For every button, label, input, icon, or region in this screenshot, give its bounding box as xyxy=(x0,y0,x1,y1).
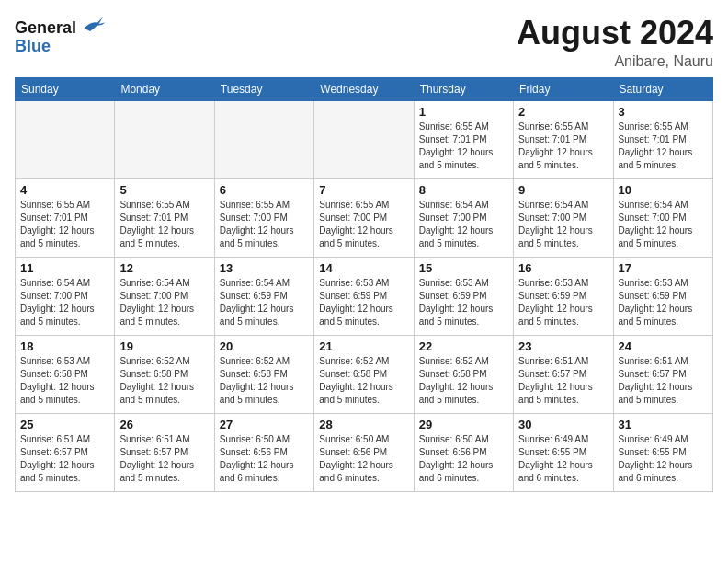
day-info: Sunrise: 6:54 AMSunset: 7:00 PMDaylight:… xyxy=(119,277,209,328)
title-area: August 2024 Anibare, Nauru xyxy=(517,15,713,70)
day-number: 24 xyxy=(619,339,708,353)
calendar-cell: 10Sunrise: 6:54 AMSunset: 7:00 PMDayligh… xyxy=(613,178,712,257)
calendar-cell: 25Sunrise: 6:51 AMSunset: 6:57 PMDayligh… xyxy=(16,413,115,491)
calendar-cell: 26Sunrise: 6:51 AMSunset: 6:57 PMDayligh… xyxy=(115,413,214,491)
calendar-week-row: 1Sunrise: 6:55 AMSunset: 7:01 PMDaylight… xyxy=(16,100,713,178)
day-info: Sunrise: 6:50 AMSunset: 6:56 PMDaylight:… xyxy=(319,433,408,485)
weekday-header: Monday xyxy=(115,77,214,100)
day-info: Sunrise: 6:55 AMSunset: 7:01 PMDaylight:… xyxy=(619,121,708,172)
day-info: Sunrise: 6:51 AMSunset: 6:57 PMDaylight:… xyxy=(619,355,708,407)
day-number: 13 xyxy=(220,261,309,275)
day-info: Sunrise: 6:52 AMSunset: 6:58 PMDaylight:… xyxy=(220,355,309,407)
day-number: 1 xyxy=(419,105,508,119)
day-number: 29 xyxy=(419,418,508,431)
weekday-header-row: SundayMondayTuesdayWednesdayThursdayFrid… xyxy=(16,77,713,100)
day-number: 21 xyxy=(319,339,408,353)
calendar-cell xyxy=(314,100,414,178)
calendar-cell: 17Sunrise: 6:53 AMSunset: 6:59 PMDayligh… xyxy=(613,257,712,335)
day-info: Sunrise: 6:55 AMSunset: 7:01 PMDaylight:… xyxy=(119,199,209,250)
day-number: 11 xyxy=(20,261,109,275)
weekday-header: Sunday xyxy=(16,77,115,100)
calendar-cell: 27Sunrise: 6:50 AMSunset: 6:56 PMDayligh… xyxy=(214,413,313,491)
day-info: Sunrise: 6:52 AMSunset: 6:58 PMDaylight:… xyxy=(319,355,408,407)
calendar-cell: 29Sunrise: 6:50 AMSunset: 6:56 PMDayligh… xyxy=(414,413,513,491)
day-info: Sunrise: 6:54 AMSunset: 7:00 PMDaylight:… xyxy=(20,277,109,328)
calendar-cell: 12Sunrise: 6:54 AMSunset: 7:00 PMDayligh… xyxy=(115,257,214,335)
day-number: 25 xyxy=(20,418,109,431)
calendar-cell: 1Sunrise: 6:55 AMSunset: 7:01 PMDaylight… xyxy=(414,100,513,178)
day-info: Sunrise: 6:52 AMSunset: 6:58 PMDaylight:… xyxy=(119,355,209,407)
day-number: 6 xyxy=(220,183,309,197)
weekday-header: Friday xyxy=(514,77,613,100)
calendar-cell: 14Sunrise: 6:53 AMSunset: 6:59 PMDayligh… xyxy=(314,257,414,335)
day-number: 14 xyxy=(319,261,408,275)
day-info: Sunrise: 6:54 AMSunset: 6:59 PMDaylight:… xyxy=(220,277,309,328)
day-info: Sunrise: 6:54 AMSunset: 7:00 PMDaylight:… xyxy=(619,199,708,250)
day-info: Sunrise: 6:51 AMSunset: 6:57 PMDaylight:… xyxy=(518,355,608,407)
day-number: 27 xyxy=(220,418,309,431)
calendar-cell: 8Sunrise: 6:54 AMSunset: 7:00 PMDaylight… xyxy=(414,178,513,257)
day-number: 9 xyxy=(518,183,608,197)
calendar-cell: 7Sunrise: 6:55 AMSunset: 7:00 PMDaylight… xyxy=(314,178,414,257)
calendar-cell: 13Sunrise: 6:54 AMSunset: 6:59 PMDayligh… xyxy=(214,257,313,335)
day-info: Sunrise: 6:54 AMSunset: 7:00 PMDaylight:… xyxy=(518,199,608,250)
day-info: Sunrise: 6:50 AMSunset: 6:56 PMDaylight:… xyxy=(220,433,309,485)
calendar-cell: 9Sunrise: 6:54 AMSunset: 7:00 PMDaylight… xyxy=(514,178,613,257)
calendar-cell: 6Sunrise: 6:55 AMSunset: 7:00 PMDaylight… xyxy=(214,178,313,257)
day-number: 30 xyxy=(518,418,608,431)
calendar-cell xyxy=(214,100,313,178)
day-info: Sunrise: 6:55 AMSunset: 7:00 PMDaylight:… xyxy=(319,199,408,250)
day-info: Sunrise: 6:55 AMSunset: 7:00 PMDaylight:… xyxy=(220,199,309,250)
month-year-title: August 2024 xyxy=(517,15,713,52)
day-number: 22 xyxy=(419,339,508,353)
calendar-cell: 31Sunrise: 6:49 AMSunset: 6:55 PMDayligh… xyxy=(613,413,712,491)
day-number: 15 xyxy=(419,261,508,275)
day-info: Sunrise: 6:52 AMSunset: 6:58 PMDaylight:… xyxy=(419,355,508,407)
calendar-cell: 11Sunrise: 6:54 AMSunset: 7:00 PMDayligh… xyxy=(16,257,115,335)
day-number: 12 xyxy=(119,261,209,275)
calendar-cell: 5Sunrise: 6:55 AMSunset: 7:01 PMDaylight… xyxy=(115,178,214,257)
calendar-cell: 19Sunrise: 6:52 AMSunset: 6:58 PMDayligh… xyxy=(115,335,214,413)
day-number: 20 xyxy=(220,339,309,353)
weekday-header: Thursday xyxy=(414,77,513,100)
day-number: 10 xyxy=(619,183,708,197)
calendar-cell: 15Sunrise: 6:53 AMSunset: 6:59 PMDayligh… xyxy=(414,257,513,335)
calendar-cell: 20Sunrise: 6:52 AMSunset: 6:58 PMDayligh… xyxy=(214,335,313,413)
day-number: 19 xyxy=(119,339,209,353)
calendar-cell: 30Sunrise: 6:49 AMSunset: 6:55 PMDayligh… xyxy=(514,413,613,491)
day-number: 16 xyxy=(518,261,608,275)
day-number: 4 xyxy=(20,183,109,197)
calendar-week-row: 4Sunrise: 6:55 AMSunset: 7:01 PMDaylight… xyxy=(16,178,713,257)
calendar-table: SundayMondayTuesdayWednesdayThursdayFrid… xyxy=(15,77,713,492)
calendar-cell: 28Sunrise: 6:50 AMSunset: 6:56 PMDayligh… xyxy=(314,413,414,491)
logo-blue-text: Blue xyxy=(15,38,51,56)
calendar-cell: 2Sunrise: 6:55 AMSunset: 7:01 PMDaylight… xyxy=(514,100,613,178)
day-info: Sunrise: 6:49 AMSunset: 6:55 PMDaylight:… xyxy=(518,433,608,485)
day-info: Sunrise: 6:54 AMSunset: 7:00 PMDaylight:… xyxy=(419,199,508,250)
day-number: 5 xyxy=(119,183,209,197)
calendar-week-row: 18Sunrise: 6:53 AMSunset: 6:58 PMDayligh… xyxy=(16,335,713,413)
calendar-cell: 3Sunrise: 6:55 AMSunset: 7:01 PMDaylight… xyxy=(613,100,712,178)
day-number: 3 xyxy=(619,105,708,119)
calendar-cell xyxy=(16,100,115,178)
day-number: 26 xyxy=(119,418,209,431)
day-info: Sunrise: 6:50 AMSunset: 6:56 PMDaylight:… xyxy=(419,433,508,485)
calendar-cell: 21Sunrise: 6:52 AMSunset: 6:58 PMDayligh… xyxy=(314,335,414,413)
day-number: 23 xyxy=(518,339,608,353)
day-info: Sunrise: 6:53 AMSunset: 6:59 PMDaylight:… xyxy=(419,277,508,328)
calendar-cell: 16Sunrise: 6:53 AMSunset: 6:59 PMDayligh… xyxy=(514,257,613,335)
day-info: Sunrise: 6:53 AMSunset: 6:59 PMDaylight:… xyxy=(319,277,408,328)
logo-bird-icon xyxy=(83,15,105,33)
calendar-cell: 22Sunrise: 6:52 AMSunset: 6:58 PMDayligh… xyxy=(414,335,513,413)
logo-general-text: General xyxy=(15,18,76,37)
logo: General Blue xyxy=(15,15,105,56)
calendar-week-row: 11Sunrise: 6:54 AMSunset: 7:00 PMDayligh… xyxy=(16,257,713,335)
page-header: General Blue August 2024 Anibare, Nauru xyxy=(15,15,713,70)
day-number: 17 xyxy=(619,261,708,275)
day-info: Sunrise: 6:49 AMSunset: 6:55 PMDaylight:… xyxy=(619,433,708,485)
calendar-cell: 24Sunrise: 6:51 AMSunset: 6:57 PMDayligh… xyxy=(613,335,712,413)
day-info: Sunrise: 6:55 AMSunset: 7:01 PMDaylight:… xyxy=(518,121,608,172)
day-info: Sunrise: 6:53 AMSunset: 6:59 PMDaylight:… xyxy=(518,277,608,328)
calendar-cell: 4Sunrise: 6:55 AMSunset: 7:01 PMDaylight… xyxy=(16,178,115,257)
weekday-header: Saturday xyxy=(613,77,712,100)
